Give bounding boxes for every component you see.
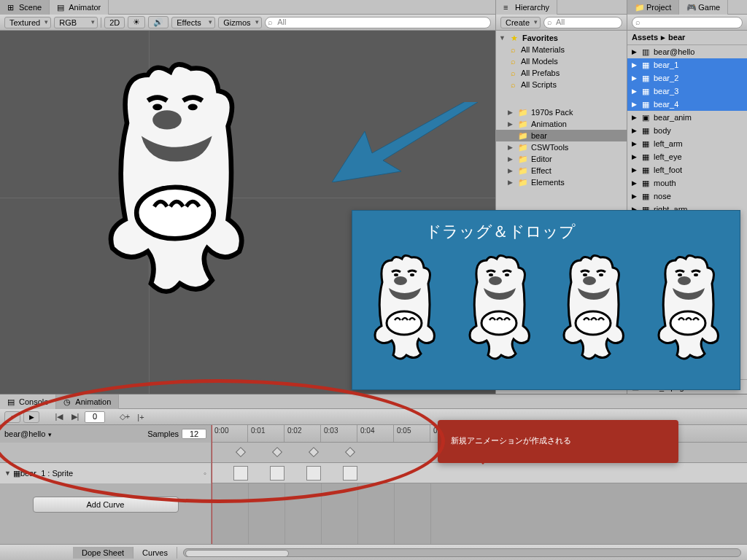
- timeline-scrollbar[interactable]: [183, 548, 741, 557]
- clip-dropdown[interactable]: bear@hello ▾: [4, 429, 52, 438]
- folder-1970s[interactable]: ▶📁1970s Pack: [496, 106, 627, 118]
- folder-cswtools[interactable]: ▶📁CSWTools: [496, 141, 627, 153]
- tab-hierarchy[interactable]: ≡Hierarchy: [496, 0, 557, 15]
- expand-icon[interactable]: ▶: [632, 101, 638, 108]
- expand-icon[interactable]: ▶: [632, 140, 638, 147]
- folder-animation[interactable]: ▶📁Animation: [496, 118, 627, 130]
- tab-console[interactable]: ▤Console: [0, 394, 56, 409]
- svg-point-16: [678, 276, 691, 285]
- svg-point-18: [694, 273, 698, 276]
- sprite-key-thumb[interactable]: [343, 466, 357, 481]
- frame-field[interactable]: 0: [85, 411, 105, 423]
- shading-dropdown[interactable]: Textured: [4, 17, 51, 28]
- effects-dropdown[interactable]: Effects: [171, 17, 215, 28]
- asset-item-bear_anim[interactable]: ▶▣bear_anim: [627, 111, 747, 124]
- add-keyframe-button[interactable]: ◇+: [118, 411, 131, 423]
- asset-item-body[interactable]: ▶▦body: [627, 124, 747, 137]
- keyframe[interactable]: [345, 447, 355, 457]
- expand-icon[interactable]: ▶: [632, 179, 638, 187]
- folder-bear[interactable]: 📁bear: [496, 130, 627, 141]
- asset-item-bear@hello[interactable]: ▶▥bear@hello: [627, 45, 747, 58]
- annotation-label: 新規アニメーションが作成される: [451, 436, 571, 445]
- folder-effect[interactable]: ▶📁Effect: [496, 165, 627, 176]
- keyframe[interactable]: [309, 447, 319, 457]
- expand-icon[interactable]: ▶: [632, 88, 638, 95]
- asset-item-mouth[interactable]: ▶▦mouth: [627, 176, 747, 190]
- asset-item-left_foot[interactable]: ▶▦left_foot: [627, 163, 747, 176]
- folder-icon: 📁: [518, 177, 528, 187]
- bear-thumb: [364, 253, 444, 364]
- console-icon: ▤: [7, 397, 16, 406]
- play-button[interactable]: ▶: [23, 411, 39, 423]
- tab-animation[interactable]: ◷Animation: [56, 394, 119, 409]
- bear-sprite-in-scene[interactable]: [87, 59, 263, 303]
- breadcrumb-assets[interactable]: Assets: [632, 33, 658, 42]
- svg-point-12: [583, 276, 596, 285]
- light-toggle[interactable]: ☀: [128, 16, 145, 28]
- svg-point-7: [387, 311, 422, 335]
- tab-project[interactable]: 📁Project: [627, 0, 679, 15]
- breadcrumb-bear[interactable]: bear: [668, 33, 685, 42]
- expand-icon[interactable]: ▶: [632, 166, 638, 174]
- prev-frame-button[interactable]: |◀: [53, 411, 66, 423]
- asset-item-bear_1[interactable]: ▶▦bear_1: [627, 58, 747, 71]
- fav-all-prefabs[interactable]: ⌕All Prefabs: [496, 67, 627, 79]
- svg-point-15: [576, 311, 611, 335]
- expand-icon[interactable]: ▶: [632, 127, 638, 134]
- annotation-drag-drop: ドラッグ＆ドロップ: [352, 210, 740, 390]
- sprite-key-thumb[interactable]: [233, 466, 248, 481]
- sprite-key-thumb[interactable]: [306, 466, 321, 481]
- expand-icon[interactable]: ▼: [4, 470, 13, 477]
- add-curve-button[interactable]: Add Curve: [33, 497, 179, 513]
- folder-icon: 📁: [518, 154, 528, 164]
- project-search[interactable]: ⌕: [632, 17, 743, 28]
- 2d-toggle[interactable]: 2D: [104, 17, 125, 28]
- tab-game[interactable]: 🎮Game: [679, 0, 728, 15]
- sprite-key-thumb[interactable]: [270, 466, 285, 481]
- project-icon: 📁: [635, 3, 643, 12]
- favorites-header[interactable]: ▼★Favorites: [496, 32, 627, 44]
- asset-type-icon: ▦: [640, 152, 651, 162]
- folder-editor[interactable]: ▶📁Editor: [496, 153, 627, 165]
- svg-point-13: [583, 273, 587, 276]
- keyframe[interactable]: [236, 447, 246, 457]
- curves-tab[interactable]: Curves: [133, 547, 177, 559]
- gizmos-dropdown[interactable]: Gizmos: [218, 17, 262, 28]
- tab-animator[interactable]: ▤Animator: [50, 0, 109, 15]
- expand-icon[interactable]: ▶: [632, 114, 638, 121]
- asset-item-nose[interactable]: ▶▦nose: [627, 190, 747, 203]
- hierarchy-search[interactable]: ⌕All: [543, 17, 622, 28]
- rgb-dropdown[interactable]: RGB: [54, 17, 98, 28]
- fav-all-models[interactable]: ⌕All Models: [496, 55, 627, 67]
- expand-icon[interactable]: ▶: [632, 153, 638, 160]
- expand-icon[interactable]: ▶: [632, 61, 638, 69]
- dope-sheet-tab[interactable]: Dope Sheet: [73, 547, 133, 559]
- expand-icon[interactable]: ▶: [632, 192, 638, 200]
- asset-item-bear_3[interactable]: ▶▦bear_3: [627, 85, 747, 98]
- samples-field[interactable]: 12: [182, 429, 206, 439]
- asset-item-bear_2[interactable]: ▶▦bear_2: [627, 71, 747, 85]
- keyframe[interactable]: [272, 447, 282, 457]
- sprite-track[interactable]: ▼ ▦ bear_1 : Sprite ◦: [0, 463, 211, 483]
- tab-scene[interactable]: ⊞Scene: [0, 0, 50, 15]
- playhead[interactable]: [212, 425, 212, 544]
- add-event-button[interactable]: |+: [134, 411, 147, 423]
- scene-search[interactable]: All: [265, 17, 491, 28]
- audio-toggle[interactable]: 🔊: [148, 16, 169, 28]
- create-dropdown[interactable]: Create: [500, 17, 541, 28]
- folder-elements[interactable]: ▶📁Elements: [496, 176, 627, 188]
- asset-item-left_eye[interactable]: ▶▦left_eye: [627, 150, 747, 163]
- expand-icon[interactable]: ▶: [632, 48, 638, 55]
- next-frame-button[interactable]: ▶|: [69, 411, 82, 423]
- track-menu-icon[interactable]: ◦: [204, 469, 206, 478]
- project-breadcrumb[interactable]: Assets ▸ bear: [627, 31, 747, 45]
- fav-label: All Materials: [521, 45, 565, 54]
- fav-all-scripts[interactable]: ⌕All Scripts: [496, 79, 627, 90]
- asset-item-bear_4[interactable]: ▶▦bear_4: [627, 98, 747, 111]
- svg-point-4: [394, 276, 407, 285]
- fav-all-materials[interactable]: ⌕All Materials: [496, 44, 627, 55]
- expand-icon[interactable]: ▶: [632, 74, 638, 82]
- record-button[interactable]: ●: [4, 411, 20, 423]
- bear-thumb: [553, 253, 633, 364]
- asset-item-left_arm[interactable]: ▶▦left_arm: [627, 137, 747, 150]
